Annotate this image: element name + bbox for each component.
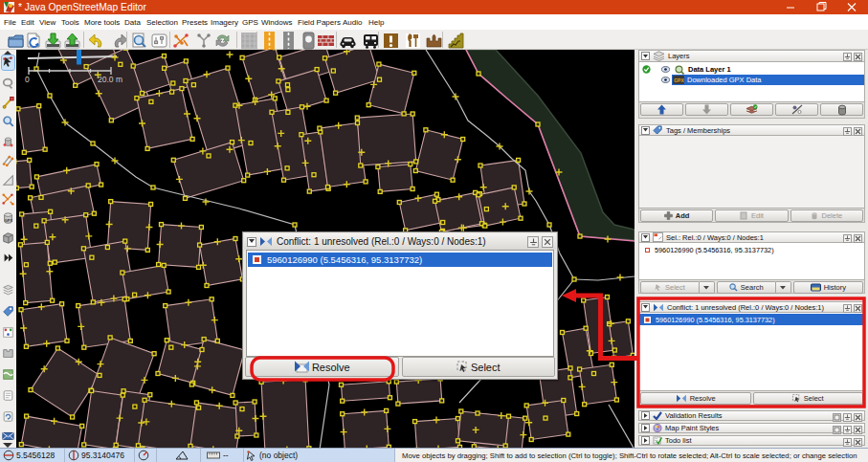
- svg-text:0: 0: [25, 75, 30, 84]
- svg-text:GPX: GPX: [674, 77, 684, 83]
- svg-text:GPX: GPX: [5, 218, 13, 223]
- svg-text:20.0 m: 20.0 m: [98, 75, 122, 84]
